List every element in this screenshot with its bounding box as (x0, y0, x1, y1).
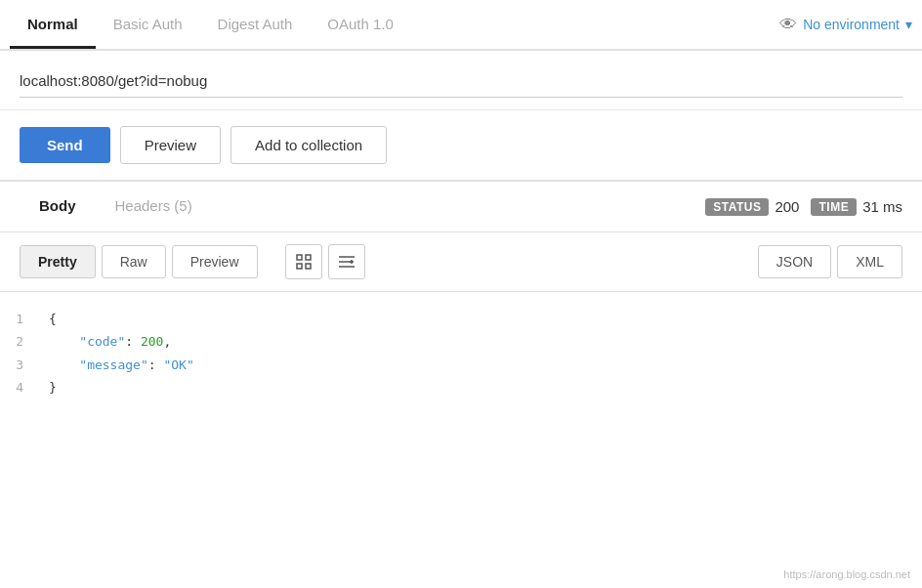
eye-icon: 👁 (779, 15, 797, 35)
preview-view-button[interactable]: Preview (172, 245, 258, 278)
tab-digest-auth[interactable]: Digest Auth (200, 2, 311, 49)
status-badge: STATUS 200 (705, 198, 799, 216)
status-value: 200 (775, 198, 799, 215)
xml-button[interactable]: XML (837, 245, 902, 278)
code-line-3: "message": "OK" (49, 354, 194, 376)
viewer-toolbar: Pretty Raw Preview JSON XML (0, 232, 922, 292)
format-icon-button[interactable] (328, 244, 365, 279)
line-num-4: 4 (16, 376, 23, 399)
json-button[interactable]: JSON (758, 245, 831, 278)
line-numbers: 1 2 3 4 (0, 308, 39, 433)
svg-rect-0 (297, 255, 302, 260)
action-bar: Send Preview Add to collection (0, 110, 922, 182)
time-value: 31 ms (862, 198, 902, 215)
svg-rect-3 (306, 264, 311, 269)
response-tabs: Body Headers (5) STATUS 200 TIME 31 ms (0, 182, 922, 232)
add-to-collection-button[interactable]: Add to collection (230, 126, 387, 164)
code-line-4: } (49, 376, 194, 399)
line-num-1: 1 (16, 308, 23, 330)
response-headers-tab[interactable]: Headers (5) (96, 184, 212, 231)
chevron-down-icon: ▾ (905, 17, 912, 32)
raw-button[interactable]: Raw (102, 245, 166, 278)
fullscreen-icon-button[interactable] (285, 244, 322, 279)
code-viewer: 1 2 3 4 { "code": 200, "message": "OK" } (0, 292, 922, 448)
tab-normal[interactable]: Normal (10, 2, 96, 49)
fullscreen-icon (296, 254, 312, 270)
watermark: https://arong.blog.csdn.net (783, 568, 910, 580)
env-label: No environment (803, 17, 900, 32)
tab-basic-auth[interactable]: Basic Auth (96, 2, 200, 49)
line-num-3: 3 (16, 354, 23, 376)
time-label: TIME (811, 198, 857, 216)
tab-bar: Normal Basic Auth Digest Auth OAuth 1.0 … (0, 0, 922, 51)
status-label: STATUS (705, 198, 769, 216)
url-bar (0, 51, 922, 110)
tab-oauth[interactable]: OAuth 1.0 (310, 2, 411, 49)
url-divider (20, 97, 902, 98)
status-badges: STATUS 200 TIME 31 ms (705, 198, 902, 216)
url-input[interactable] (20, 68, 902, 93)
svg-rect-1 (306, 255, 311, 260)
code-line-1: { (49, 308, 194, 330)
pretty-button[interactable]: Pretty (20, 245, 96, 278)
response-body-tab[interactable]: Body (20, 184, 96, 231)
env-selector[interactable]: 👁 No environment ▾ (779, 15, 912, 35)
code-line-2: "code": 200, (49, 330, 194, 353)
time-badge: TIME 31 ms (811, 198, 902, 216)
code-content: { "code": 200, "message": "OK" } (39, 308, 204, 433)
svg-rect-2 (297, 264, 302, 269)
line-num-2: 2 (16, 330, 23, 353)
format-icon (338, 254, 356, 270)
preview-button[interactable]: Preview (120, 126, 221, 164)
send-button[interactable]: Send (20, 127, 110, 163)
